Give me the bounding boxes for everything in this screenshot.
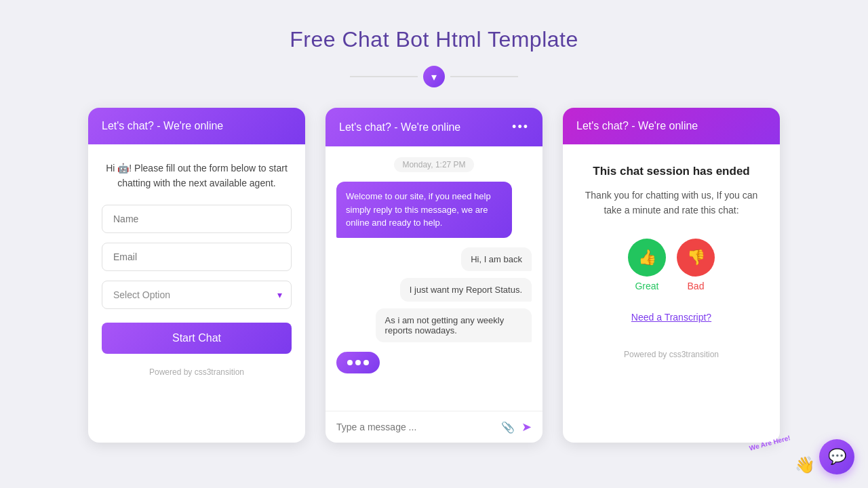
great-rating-button[interactable]: 👍 Great	[628, 239, 666, 291]
chat-header-title: Let's chat? - We're online	[339, 121, 460, 134]
ended-card-header: Let's chat? - We're online	[563, 108, 780, 144]
typing-dot-3	[363, 360, 369, 365]
float-button-row: 👋 💬	[795, 439, 854, 474]
powered-by-text-3: Powered by css3transition	[579, 350, 764, 359]
ended-card-body: This chat session has ended Thank you fo…	[563, 144, 780, 380]
email-input[interactable]	[102, 243, 292, 271]
bot-message-2: As i am not getting any weekly reports n…	[376, 308, 532, 342]
divider-left	[350, 76, 418, 77]
ended-card: Let's chat? - We're online This chat ses…	[563, 108, 780, 443]
divider-right	[450, 76, 518, 77]
form-header-title: Let's chat? - We're online	[102, 120, 223, 132]
chat-messages: Monday, 1:27 PM Welcome to our site, if …	[336, 157, 532, 400]
select-wrapper: Select Option ▾	[102, 281, 292, 309]
ended-header-title: Let's chat? - We're online	[576, 120, 698, 132]
send-icon[interactable]: ➤	[521, 420, 532, 434]
chat-timestamp: Monday, 1:27 PM	[394, 157, 473, 172]
select-option[interactable]: Select Option	[102, 281, 292, 309]
chat-input-row: 📎 ➤	[326, 411, 542, 443]
rating-row: 👍 Great 👎 Bad	[579, 239, 764, 291]
float-chat-button[interactable]: 💬	[819, 439, 854, 474]
chat-card-header: Let's chat? - We're online •••	[326, 108, 542, 146]
powered-by-text-1: Powered by css3transition	[102, 367, 292, 377]
ended-description: Thank you for chatting with us, If you c…	[579, 188, 764, 218]
great-label: Great	[635, 281, 658, 291]
chat-body: Monday, 1:27 PM Welcome to our site, if …	[326, 146, 542, 411]
ended-title: This chat session has ended	[579, 165, 764, 178]
form-card: Let's chat? - We're online Hi 🤖! Please …	[88, 108, 305, 443]
start-chat-button[interactable]: Start Chat	[102, 323, 292, 354]
divider: ▾	[0, 66, 868, 87]
wave-emoji: 👋	[795, 455, 815, 474]
chat-input[interactable]	[336, 422, 494, 432]
page-title: Free Chat Bot Html Template	[0, 0, 868, 66]
thumbs-up-icon: 👍	[628, 239, 666, 277]
we-are-here-label-wrap: We Are Here!	[749, 439, 791, 447]
bad-label: Bad	[688, 281, 705, 291]
user-message-1: Hi, I am back	[461, 247, 532, 271]
bad-rating-button[interactable]: 👎 Bad	[677, 239, 715, 291]
bot-welcome-message: Welcome to our site, if you need help si…	[336, 182, 512, 238]
chevron-down-icon: ▾	[423, 66, 445, 87]
more-options-icon[interactable]: •••	[512, 120, 529, 134]
chat-card: Let's chat? - We're online ••• Monday, 1…	[326, 108, 542, 443]
thumbs-down-icon: 👎	[677, 239, 715, 277]
typing-indicator	[336, 352, 380, 373]
greeting-text: Hi 🤖! Please fill out the form below to …	[102, 161, 292, 191]
cards-container: Let's chat? - We're online Hi 🤖! Please …	[0, 108, 868, 443]
name-input[interactable]	[102, 205, 292, 233]
floating-chat-area: We Are Here! 👋 💬	[749, 439, 854, 474]
user-message-2: I just want my Report Status.	[400, 278, 532, 302]
chat-bubble-icon: 💬	[828, 448, 846, 466]
form-card-body: Hi 🤖! Please fill out the form below to …	[88, 144, 305, 393]
typing-dot-2	[355, 360, 361, 365]
typing-dot-1	[347, 360, 353, 365]
transcript-link[interactable]: Need a Transcript?	[579, 312, 764, 323]
attach-icon[interactable]: 📎	[501, 421, 515, 434]
form-card-header: Let's chat? - We're online	[88, 108, 305, 144]
